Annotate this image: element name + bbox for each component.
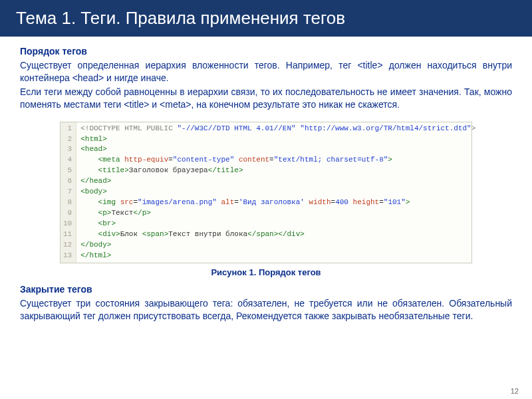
code-line: </html>	[80, 251, 475, 261]
code-line: <title>Заголовок браузера</title>	[80, 166, 475, 176]
section1-p2: Если теги между собой равноценны в иерар…	[20, 86, 512, 111]
line-number: 9	[63, 208, 72, 219]
line-number: 10	[63, 219, 72, 229]
code-line: <meta http-equiv="content-type" content=…	[80, 155, 475, 166]
content-area: Порядок тегов Существует определенная ие…	[0, 37, 532, 116]
code-line: <body>	[80, 187, 475, 198]
slide-title: Тема 1. Теги. Правила применения тегов	[0, 0, 532, 37]
line-number-gutter: 12345678910111213	[61, 122, 76, 263]
line-number: 11	[63, 229, 72, 240]
code-line: <br>	[80, 219, 475, 229]
line-number: 4	[63, 155, 72, 166]
code-line: <html>	[80, 134, 475, 145]
code-line: <p>Текст</p>	[80, 208, 475, 219]
section2-p1: Существует три состояния закрывающего те…	[20, 297, 512, 323]
code-line: <div>Блок <span>Текст внутри блока</span…	[80, 229, 475, 240]
code-line: </head>	[80, 176, 475, 187]
section2-heading: Закрытие тегов	[20, 284, 512, 295]
line-number: 12	[63, 240, 72, 251]
line-number: 2	[63, 134, 72, 145]
line-number: 13	[63, 251, 72, 261]
line-number: 1	[63, 124, 72, 134]
code-line: </body>	[80, 240, 475, 251]
code-line: <img src="images/arena.png" alt='Вид заг…	[80, 198, 475, 208]
code-line: <head>	[80, 144, 475, 155]
line-number: 3	[63, 144, 72, 155]
line-number: 5	[63, 166, 72, 176]
section1-p1: Существует определенная иерархия вложенн…	[20, 59, 512, 84]
footer-area: Закрытие тегов Существует три состояния …	[0, 284, 532, 323]
page-number: 12	[511, 387, 519, 395]
code-body: <!DOCTYPE HTML PUBLIC "-//W3C//DTD HTML …	[76, 122, 479, 263]
section1-heading: Порядок тегов	[20, 46, 512, 57]
line-number: 7	[63, 187, 72, 198]
figure-caption: Рисунок 1. Порядок тегов	[0, 267, 532, 277]
line-number: 8	[63, 198, 72, 208]
line-number: 6	[63, 176, 72, 187]
code-listing: 12345678910111213 <!DOCTYPE HTML PUBLIC …	[60, 122, 472, 263]
code-line: <!DOCTYPE HTML PUBLIC "-//W3C//DTD HTML …	[80, 124, 475, 134]
